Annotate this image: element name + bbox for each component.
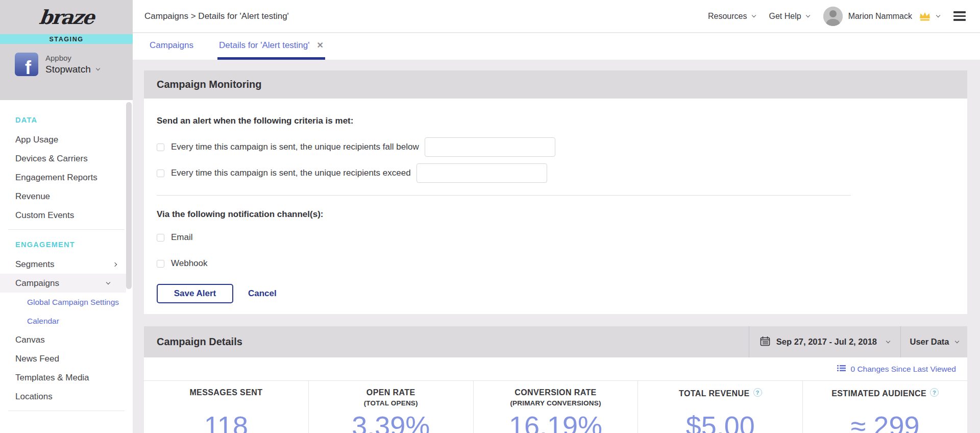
stat-value: $5.00 [638,410,802,433]
sidebar-item-app-usage[interactable]: App Usage [0,130,133,149]
resources-menu[interactable]: Resources [708,12,755,21]
list-icon [837,365,846,374]
sidebar-item-campaigns[interactable]: Campaigns [0,274,126,293]
stat-value: 16.19% [474,410,638,433]
avatar [823,7,843,26]
sidebar-item-templates-media[interactable]: Templates & Media [0,368,133,387]
chevron-down-icon [805,13,810,17]
sidebar-item-custom-events[interactable]: Custom Events [0,206,133,225]
account-switcher[interactable]: f Appboy Stopwatch [0,44,133,76]
campaign-details-panel: Campaign Details Sep 27, 2017 - Jul 2, 2… [144,326,967,433]
stat-value: 3.39% [309,410,473,433]
data-view-dropdown[interactable]: User Data [900,326,967,357]
chevron-down-icon [106,280,110,284]
close-tab-icon[interactable]: ✕ [317,41,324,50]
facebook-app-icon: f [15,53,38,76]
sidebar-item-engagement-reports[interactable]: Engagement Reports [0,168,133,187]
sidebar-item-segments[interactable]: Segments [0,255,133,274]
calendar-icon [760,336,770,348]
date-range-picker[interactable]: Sep 27, 2017 - Jul 2, 2018 [749,326,900,357]
fall-below-label: Every time this campaign is sent, the un… [171,142,419,152]
hamburger-menu-icon[interactable] [953,11,966,21]
channel-row: Webhook [157,258,967,269]
get-help-menu[interactable]: Get Help [769,12,810,21]
fall-below-checkbox[interactable] [157,143,164,151]
campaign-monitoring-panel: Campaign Monitoring Send an alert when t… [144,70,967,314]
criteria-heading: Send an alert when the following criteri… [157,116,967,126]
tab-details-alert-testing[interactable]: Details for 'Alert testing' ✕ [217,33,325,60]
user-menu[interactable]: Marion Nammack [823,7,940,26]
app-name: Stopwatch [45,64,91,75]
section-divider [157,195,851,196]
user-name: Marion Nammack [848,12,912,21]
sidebar-header: braze STAGING f Appboy Stopwatch [0,0,133,100]
sidebar-nav: DATA App Usage Devices & Carriers Engage… [0,100,133,411]
changes-since-last-viewed-link[interactable]: 0 Changes Since Last Viewed [837,365,956,374]
sidebar-item-news-feed[interactable]: News Feed [0,349,133,368]
company-name: Appboy [45,54,100,62]
channel-row: Email [157,232,967,243]
sidebar-scrollbar-thumb[interactable] [126,102,132,289]
changes-row: 0 Changes Since Last Viewed [144,357,967,380]
exceed-label: Every time this campaign is sent, the un… [171,168,411,178]
chevron-right-icon [113,262,117,266]
campaign-details-title: Campaign Details [144,326,749,357]
webhook-label: Webhook [171,258,208,269]
sidebar-section-data: DATA [0,110,133,130]
stat-total-revenue: TOTAL REVENUE? $5.00 [638,381,802,433]
stat-estimated-audience: ESTIMATED AUDIENCE? ≈ 299 [802,381,967,433]
stats-row: MESSAGES SENT 118 OPEN RATE (TOTAL OPENS… [144,380,967,433]
sidebar-item-canvas[interactable]: Canvas [0,330,133,349]
help-icon[interactable]: ? [753,388,762,397]
date-range-value: Sep 27, 2017 - Jul 2, 2018 [776,337,877,347]
stat-value: ≈ 299 [803,410,967,433]
campaign-details-header: Campaign Details Sep 27, 2017 - Jul 2, 2… [144,326,967,357]
webhook-checkbox[interactable] [157,260,164,268]
sidebar-divider [8,411,125,411]
chevron-down-icon [751,13,755,17]
tab-campaigns[interactable]: Campaigns [148,33,195,60]
breadcrumb: Campaigns > Details for 'Alert testing' [144,11,289,21]
email-label: Email [171,232,193,243]
cancel-button[interactable]: Cancel [248,288,277,299]
data-view-value: User Data [910,337,949,347]
stat-open-rate: OPEN RATE (TOTAL OPENS) 3.39% [308,381,473,433]
stat-value: 118 [144,410,308,433]
chevron-down-icon [936,13,940,17]
alert-criteria-row: Every time this campaign is sent, the un… [157,163,967,183]
alert-criteria-row: Every time this campaign is sent, the un… [157,137,967,157]
sidebar: braze STAGING f Appboy Stopwatch DATA Ap… [0,0,133,433]
stat-conversion-rate: CONVERSION RATE (PRIMARY CONVERSIONS) 16… [473,381,638,433]
fall-below-input[interactable] [425,137,555,157]
channels-heading: Via the following notification channel(s… [157,209,967,220]
email-checkbox[interactable] [157,234,164,242]
chevron-down-icon [954,339,959,343]
chevron-down-icon [886,339,890,343]
stat-messages-sent: MESSAGES SENT 118 [144,381,308,433]
sidebar-item-locations[interactable]: Locations [0,387,133,406]
campaign-monitoring-header: Campaign Monitoring [144,70,967,99]
environment-badge: STAGING [0,34,133,44]
sidebar-item-devices-carriers[interactable]: Devices & Carriers [0,149,133,168]
braze-logo: braze [38,6,95,29]
exceed-input[interactable] [416,163,547,183]
save-alert-button[interactable]: Save Alert [157,284,233,303]
main-content: Campaign Monitoring Send an alert when t… [133,60,980,433]
top-bar: Campaigns > Details for 'Alert testing' … [133,0,980,33]
sidebar-subitem-calendar[interactable]: Calendar [0,311,133,330]
help-icon[interactable]: ? [930,388,939,397]
sidebar-item-revenue[interactable]: Revenue [0,187,133,206]
sidebar-subitem-global-campaign-settings[interactable]: Global Campaign Settings [0,293,133,311]
crown-icon [919,11,931,21]
exceed-checkbox[interactable] [157,170,164,177]
sidebar-divider [8,229,125,230]
sidebar-section-engagement: ENGAGEMENT [0,234,133,255]
chevron-down-icon [95,66,100,70]
tab-strip: Campaigns Details for 'Alert testing' ✕ [133,33,980,60]
